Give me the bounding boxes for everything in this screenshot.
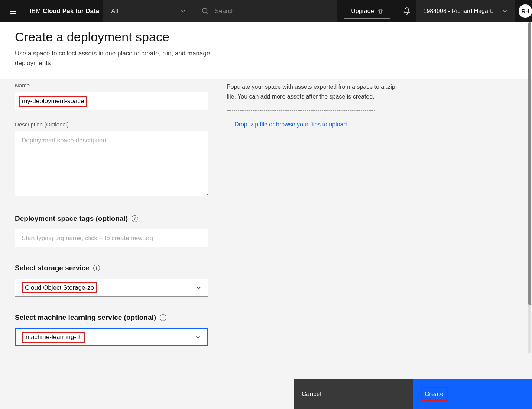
upgrade-button[interactable]: Upgrade <box>344 4 390 19</box>
storage-value: Cloud Object Storage-zo <box>22 282 97 293</box>
upload-link[interactable]: Drop .zip file or browse your files to u… <box>234 121 347 128</box>
storage-label: Select storage service <box>15 264 90 272</box>
chevron-down-icon <box>195 335 201 340</box>
avatar[interactable]: RH <box>519 4 532 18</box>
scrollbar-thumb[interactable] <box>528 22 531 305</box>
description-label: Description (Optional) <box>15 121 208 128</box>
search-icon <box>202 7 209 15</box>
scope-dropdown[interactable]: All <box>103 0 194 22</box>
cancel-label: Cancel <box>302 390 321 398</box>
tags-placeholder: Start typing tag name, click + to create… <box>22 235 153 242</box>
account-label: 1984008 - Richard Hagart... <box>424 8 497 15</box>
upgrade-label: Upgrade <box>351 8 374 15</box>
page-subtitle: Use a space to collect assets in one pla… <box>15 49 223 68</box>
info-icon[interactable]: i <box>160 314 166 321</box>
ml-value: machine-learning-rh <box>22 332 85 343</box>
chevron-down-icon <box>181 9 186 14</box>
create-button[interactable]: Create <box>413 379 532 409</box>
name-input-highlight[interactable]: my-deployment-space <box>19 96 87 107</box>
ml-label: Select machine learning service (optiona… <box>15 313 156 322</box>
scrollbar[interactable] <box>528 22 531 353</box>
ml-select[interactable]: machine-learning-rh <box>15 328 208 346</box>
cancel-button[interactable]: Cancel <box>294 379 413 409</box>
search-input[interactable] <box>215 7 329 15</box>
info-icon[interactable]: i <box>132 215 138 222</box>
description-input[interactable] <box>15 131 208 196</box>
create-label: Create <box>421 387 448 401</box>
search-area[interactable] <box>194 0 337 22</box>
tags-label: Deployment space tags (optional) <box>15 215 128 223</box>
page-title: Create a deployment space <box>15 30 517 44</box>
tags-input[interactable]: Start typing tag name, click + to create… <box>15 229 208 247</box>
storage-select[interactable]: Cloud Object Storage-zo <box>15 279 208 297</box>
hamburger-menu[interactable] <box>0 7 26 15</box>
hamburger-icon <box>9 7 17 15</box>
bell-icon <box>403 7 411 15</box>
brand: IBM Cloud Pak for Data <box>26 7 103 15</box>
name-label: Name <box>15 82 208 88</box>
account-dropdown[interactable]: 1984008 - Richard Hagart... <box>416 0 515 22</box>
chevron-down-icon <box>502 9 507 14</box>
info-icon[interactable]: i <box>93 265 100 271</box>
svg-point-0 <box>202 8 207 13</box>
upgrade-icon <box>378 9 383 14</box>
notifications-button[interactable] <box>398 7 416 15</box>
upload-dropzone[interactable]: Drop .zip file or browse your files to u… <box>227 110 375 155</box>
upload-description: Populate your space with assets exported… <box>227 82 398 101</box>
scope-label: All <box>111 7 118 15</box>
chevron-down-icon <box>196 285 201 290</box>
